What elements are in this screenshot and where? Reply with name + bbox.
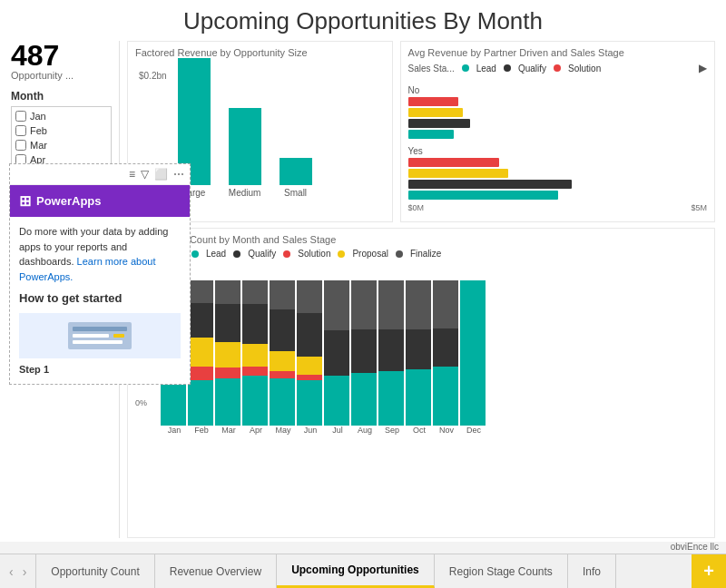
stack-segment [460,280,486,426]
bar-group-medium: Medium [229,108,261,198]
popup-focus-icon[interactable]: ⬜ [154,168,168,181]
stacked-col-Sep [378,280,404,426]
popup-how-to: How to get started [19,289,181,308]
stacked-y-label: 0% [135,398,156,407]
nav-next[interactable]: › [19,563,31,581]
main-content: Upcoming Opportunities By Month 487 Oppo… [0,0,726,542]
nav-prev[interactable]: ‹ [5,563,17,581]
stacked-bar-chart: Opportunity Count by Month and Sales Sta… [127,228,715,538]
stack-segment [188,303,213,338]
stacked-wrapper: 100%50%0% [135,262,707,426]
stack-segment [188,280,213,303]
stack-segment [270,309,295,351]
h-axis: $0M $5M [408,203,707,212]
brand-tag: obviEnce llc [0,542,726,554]
filter-month-label: Jan [30,111,46,122]
legend-arrow[interactable]: ▶ [699,62,707,74]
content-row: 487 Opportunity ... Month JanFebMarAprMa… [11,41,715,538]
popup-more-icon[interactable]: ⋯ [173,168,184,181]
svg-rect-1 [73,327,127,331]
stack-segment [188,338,213,367]
stacked-col-Apr [242,280,268,426]
stack-segment [378,329,404,371]
stack-segment [324,280,349,330]
popup-step-image [19,313,181,358]
bar-chart-area: Large Medium Small [171,71,321,198]
filter-checkbox-mar[interactable] [15,140,26,151]
nav-tab-region-stage-counts[interactable]: Region Stage Counts [435,554,568,588]
filter-item-feb[interactable]: Feb [15,123,107,138]
stacked-col-Jun [297,280,322,426]
legend-lead: Lead [476,64,496,74]
stack-segment [270,371,295,378]
legend-finalize2: Finalize [410,249,441,259]
stack-segment [433,280,458,328]
powerapps-popup: ≡ ▽ ⬜ ⋯ ⊞ PowerApps Do more with your da… [11,163,191,385]
stack-segment [324,330,349,376]
stack-segment [270,351,295,371]
svg-rect-3 [73,340,123,344]
stack-segment [188,380,213,426]
nav-tab-revenue-overview[interactable]: Revenue Overview [155,554,277,588]
filter-item-jan[interactable]: Jan [15,109,107,123]
legend-dot-qualify [504,64,511,72]
stack-segment [297,380,322,426]
popup-header: ⊞ PowerApps [11,185,190,217]
x-label-nov: Nov [433,426,460,435]
nav-add-button[interactable]: + [692,554,726,588]
stacked-legend: Sales Stage Lead Qualify Solution Propos… [135,249,707,259]
nav-tab-opportunity-count[interactable]: Opportunity Count [36,554,154,588]
legend-qualify2: Qualify [248,249,276,259]
y-label-top: $0.2bn [139,71,167,81]
stack-segment [215,304,240,342]
left-sidebar: 487 Opportunity ... Month JanFebMarAprMa… [11,41,120,538]
stack-segment [351,280,377,329]
h-axis-5m: $5M [691,203,707,212]
h-bar-no-solution [408,97,458,106]
stacked-col-Aug [351,280,377,426]
stack-segment [351,329,377,373]
powerapps-icon: ⊞ [19,192,31,210]
stacked-x-labels: JanFebMarAprMayJunJulAugSepOctNovDec [135,426,707,435]
legend-dot-finalize2 [396,250,403,258]
stack-segment [378,371,404,426]
nav-tab-upcoming-opportunities[interactable]: Upcoming Opportunities [277,554,435,588]
filter-month-label: Mar [30,140,47,151]
page-title: Upcoming Opportunities By Month [11,7,715,35]
h-axis-0: $0M [408,203,425,212]
nav-tab-info[interactable]: Info [568,554,616,588]
svg-rect-2 [73,334,109,338]
legend-sales-sta: Sales Sta... [408,64,455,74]
stacked-bars-container: 100%50%0%JanFebMarAprMayJunJulAugSepOctN… [135,262,707,435]
avg-revenue-title: Avg Revenue by Partner Driven and Sales … [408,47,707,58]
h-bars-yes [408,158,707,200]
stack-segment [297,357,322,375]
x-label-jul: Jul [324,426,351,435]
filter-checkbox-jan[interactable] [15,111,26,122]
legend-solution: Solution [568,64,601,74]
popup-body: Do more with your data by adding apps to… [11,217,190,384]
stack-segment [297,313,322,357]
popup-menu-icon[interactable]: ≡ [129,168,135,181]
h-bar-no-lead [408,130,454,139]
bar-medium [229,108,261,185]
stacked-col-Nov [433,280,458,426]
filter-month-label: Feb [30,125,47,136]
popup-filter-icon[interactable]: ▽ [141,168,149,181]
svg-rect-4 [113,334,124,338]
legend-lead2: Lead [206,249,226,259]
x-label-mar: Mar [215,426,242,435]
x-label-feb: Feb [188,426,215,435]
x-label-dec: Dec [460,426,487,435]
x-label-sep: Sep [378,426,406,435]
popup-title: PowerApps [36,194,102,208]
legend-dot-qualify2 [233,250,240,258]
x-label-aug: Aug [351,426,378,435]
filter-checkbox-feb[interactable] [15,125,26,136]
bar-label-small: Small [284,188,307,198]
h-bar-no-proposal [408,108,463,117]
avg-revenue-legend: Sales Sta... Lead Qualify Solution ▶ [408,62,707,74]
popup-toolbar[interactable]: ≡ ▽ ⬜ ⋯ [11,164,190,185]
filter-item-mar[interactable]: Mar [15,138,107,152]
bar-label-medium: Medium [229,188,261,198]
